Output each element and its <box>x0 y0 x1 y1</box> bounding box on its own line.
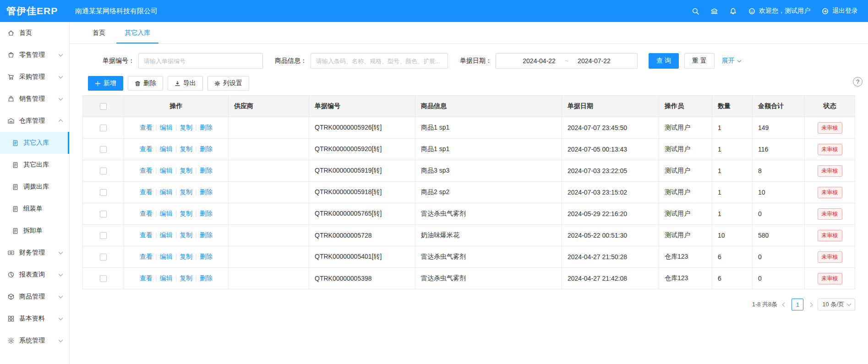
prev-page-button[interactable] <box>782 302 787 307</box>
next-page-button[interactable] <box>808 302 813 307</box>
copy-link[interactable]: 复制 <box>180 188 192 196</box>
row-checkbox[interactable] <box>100 189 107 196</box>
sidebar-item-retail[interactable]: 零售管理 <box>0 44 69 66</box>
delete-link[interactable]: 删除 <box>200 274 213 282</box>
edit-link[interactable]: 编辑 <box>160 253 173 260</box>
reset-button[interactable]: 重 置 <box>684 53 715 69</box>
sidebar-item-purchase[interactable]: 采购管理 <box>0 66 69 88</box>
date-cell: 2024-05-22 00:51:30 <box>562 225 659 246</box>
search-button[interactable]: 查 询 <box>649 53 679 69</box>
row-checkbox[interactable] <box>100 125 107 131</box>
sidebar-item-disassembly[interactable]: 拆卸单 <box>0 220 69 242</box>
delete-link[interactable]: 删除 <box>200 124 213 131</box>
row-checkbox[interactable] <box>100 254 107 261</box>
view-link[interactable]: 查看 <box>140 145 153 152</box>
copy-link[interactable]: 复制 <box>180 274 192 282</box>
copy-link[interactable]: 复制 <box>180 124 192 131</box>
user-welcome[interactable]: 欢迎您，测试用户 <box>748 7 810 15</box>
download-icon <box>175 81 180 87</box>
add-button[interactable]: 新增 <box>88 76 123 91</box>
document-icon <box>12 206 19 212</box>
view-link[interactable]: 查看 <box>140 231 153 239</box>
operator-cell: 测试用户 <box>659 117 712 139</box>
delete-link[interactable]: 删除 <box>200 145 213 152</box>
cube-icon <box>7 293 15 300</box>
date-start[interactable]: 2024-04-22 <box>523 57 556 65</box>
page-number-current[interactable]: 1 <box>792 299 803 310</box>
chevron-down-icon <box>59 96 63 101</box>
sidebar-item-other-outbound[interactable]: 其它出库 <box>0 154 69 176</box>
status-badge: 未审核 <box>818 208 842 220</box>
sidebar-item-label: 首页 <box>19 29 32 37</box>
copy-link[interactable]: 复制 <box>180 231 192 239</box>
view-link[interactable]: 查看 <box>140 253 153 260</box>
chevron-down-icon <box>847 302 852 306</box>
bank-icon[interactable] <box>710 7 718 15</box>
sidebar-item-warehouse[interactable]: 仓库管理 <box>0 110 69 132</box>
sidebar-item-basic-data[interactable]: 基本资料 <box>0 308 69 330</box>
date-range-picker[interactable]: 2024-04-22 ~ 2024-07-22 <box>496 53 638 69</box>
delete-link[interactable]: 删除 <box>200 231 213 239</box>
header-amount: 金额合计 <box>753 96 805 117</box>
main-content: 首页 其它入库 单据编号： 商品信息： 单据日期： 2024-04-22 ~ 2… <box>70 0 868 320</box>
view-link[interactable]: 查看 <box>140 188 153 196</box>
row-checkbox[interactable] <box>100 168 107 174</box>
sidebar-item-sales[interactable]: 销售管理 <box>0 88 69 110</box>
date-end[interactable]: 2024-07-22 <box>578 57 611 65</box>
copy-link[interactable]: 复制 <box>180 167 192 174</box>
delete-link[interactable]: 删除 <box>200 210 213 217</box>
edit-link[interactable]: 编辑 <box>160 188 173 196</box>
delete-link[interactable]: 删除 <box>200 253 213 260</box>
action-separator: | <box>175 210 177 217</box>
row-checkbox[interactable] <box>100 146 107 153</box>
page-size-select[interactable]: 10 条/页 <box>818 299 855 310</box>
row-checkbox[interactable] <box>100 211 107 217</box>
edit-link[interactable]: 编辑 <box>160 210 173 217</box>
sidebar-item-transfer-outbound[interactable]: 调拨出库 <box>0 176 69 198</box>
column-settings-button[interactable]: 列设置 <box>207 76 249 91</box>
copy-link[interactable]: 复制 <box>180 145 192 152</box>
row-checkbox[interactable] <box>100 275 107 282</box>
sidebar-item-system[interactable]: 系统管理 <box>0 330 69 352</box>
delete-link[interactable]: 删除 <box>200 167 213 174</box>
sidebar-item-home[interactable]: 首页 <box>0 22 69 44</box>
operator-cell: 测试用户 <box>659 139 712 160</box>
sidebar-item-assembly[interactable]: 组装单 <box>0 198 69 220</box>
copy-link[interactable]: 复制 <box>180 210 192 217</box>
view-link[interactable]: 查看 <box>140 210 153 217</box>
tab-other-inbound[interactable]: 其它入库 <box>116 22 158 43</box>
edit-link[interactable]: 编辑 <box>160 167 173 174</box>
edit-link[interactable]: 编辑 <box>160 124 173 131</box>
expand-link[interactable]: 展开 <box>722 57 741 65</box>
goods-info-input[interactable] <box>311 53 448 69</box>
delete-button[interactable]: 删除 <box>128 76 163 91</box>
edit-link[interactable]: 编辑 <box>160 231 173 239</box>
operator-cell: 测试用户 <box>659 225 712 246</box>
logout-button[interactable]: 退出登录 <box>821 7 858 15</box>
help-button[interactable]: ? <box>853 77 863 87</box>
copy-link[interactable]: 复制 <box>180 253 192 260</box>
pagination: 1-8 共8条 1 10 条/页 <box>70 289 868 320</box>
export-button[interactable]: 导出 <box>168 76 203 91</box>
select-all-checkbox[interactable] <box>100 103 107 110</box>
sidebar-item-other-inbound[interactable]: 其它入库 <box>0 132 69 154</box>
sidebar-item-reports[interactable]: 报表查询 <box>0 264 69 286</box>
delete-link[interactable]: 删除 <box>200 188 213 196</box>
table-row: 查看|编辑|复制|删除 QTRK00000005926[转] 商品1 sp1 2… <box>83 117 855 139</box>
bill-no-input[interactable] <box>138 53 263 69</box>
sidebar-item-goods[interactable]: 商品管理 <box>0 286 69 308</box>
table-header-row: 操作 供应商 单据编号 商品信息 单据日期 操作员 数量 金额合计 状态 <box>83 96 855 117</box>
header-goods: 商品信息 <box>415 96 562 117</box>
view-link[interactable]: 查看 <box>140 167 153 174</box>
view-link[interactable]: 查看 <box>140 274 153 282</box>
operator-cell: 仓库123 <box>659 246 712 268</box>
edit-link[interactable]: 编辑 <box>160 274 173 282</box>
row-checkbox[interactable] <box>100 232 107 239</box>
edit-link[interactable]: 编辑 <box>160 145 173 152</box>
operator-cell: 仓库123 <box>659 268 712 289</box>
sidebar-item-finance[interactable]: 财务管理 <box>0 242 69 264</box>
tab-home[interactable]: 首页 <box>84 22 114 43</box>
bell-icon[interactable] <box>729 7 737 15</box>
view-link[interactable]: 查看 <box>140 124 153 131</box>
search-icon[interactable] <box>692 7 699 15</box>
